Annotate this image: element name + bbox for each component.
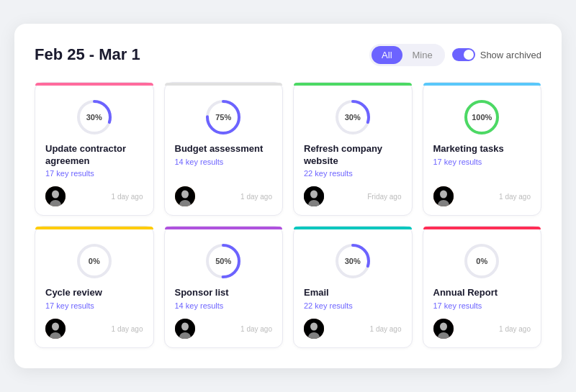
avatar — [45, 319, 66, 339]
card-subtitle: 22 key results — [304, 301, 353, 310]
progress-ring: 50% — [175, 241, 273, 281]
card-title: Marketing tasks — [433, 143, 504, 155]
svg-point-3 — [52, 191, 59, 199]
progress-label: 30% — [345, 257, 361, 265]
avatar — [45, 186, 66, 206]
card-6[interactable]: 50% Sponsor list 14 key results 1 day ag… — [164, 226, 284, 348]
card-title: Annual Report — [433, 287, 498, 299]
card-subtitle: 14 key results — [175, 301, 224, 310]
archive-label: Show archived — [480, 50, 541, 60]
card-5[interactable]: 0% Cycle review 17 key results 1 day ago — [35, 226, 154, 348]
card-footer: 1 day ago — [433, 186, 531, 206]
svg-point-33 — [310, 323, 318, 331]
ring-container: 30% — [333, 241, 373, 281]
card-title: Sponsor list — [175, 287, 229, 299]
progress-ring: 0% — [433, 241, 531, 281]
progress-label: 0% — [476, 257, 487, 265]
cards-grid: 30% Update contractor agreemen 17 key re… — [35, 82, 541, 349]
card-border — [35, 83, 153, 86]
card-subtitle: 17 key results — [45, 169, 94, 178]
header: Feb 25 - Mar 1 All Mine Show archived — [35, 44, 541, 66]
card-8[interactable]: 0% Annual Report 17 key results 1 day ag… — [423, 226, 542, 348]
progress-ring: 30% — [45, 97, 143, 137]
filter-group: All Mine — [369, 44, 445, 66]
card-border — [294, 83, 412, 86]
card-border — [294, 227, 412, 229]
card-subtitle: 17 key results — [433, 158, 482, 166]
ring-container: 0% — [74, 241, 114, 281]
ring-container: 75% — [203, 97, 243, 137]
progress-ring: 30% — [304, 241, 402, 281]
time-label: 1 day ago — [240, 325, 272, 333]
time-label: 1 day ago — [499, 325, 531, 333]
card-title: Update contractor agreemen — [45, 143, 143, 168]
card-2[interactable]: 75% Budget assessment 14 key results 1 d… — [164, 82, 284, 216]
card-subtitle: 17 key results — [433, 301, 482, 310]
card-border — [423, 227, 541, 229]
time-label: 1 day ago — [499, 193, 531, 201]
filter-all-button[interactable]: All — [372, 46, 402, 64]
page-title: Feb 25 - Mar 1 — [35, 45, 140, 64]
card-border — [35, 227, 153, 229]
progress-label: 30% — [86, 113, 102, 122]
svg-point-38 — [440, 323, 447, 331]
card-3[interactable]: 30% Refresh company website 22 key resul… — [293, 82, 413, 216]
svg-point-8 — [181, 191, 189, 199]
card-footer: 1 day ago — [433, 319, 531, 339]
time-label: 1 day ago — [112, 325, 143, 333]
card-title: Budget assessment — [175, 143, 264, 155]
card-footer: 1 day ago — [175, 319, 273, 339]
time-label: 1 day ago — [112, 193, 143, 201]
header-controls: All Mine Show archived — [369, 44, 541, 66]
progress-ring: 100% — [433, 97, 531, 137]
ring-container: 30% — [333, 97, 373, 137]
card-subtitle: 17 key results — [45, 301, 94, 310]
progress-ring: 30% — [304, 97, 402, 137]
time-label: Friday ago — [367, 193, 401, 201]
progress-label: 75% — [215, 113, 231, 122]
progress-label: 50% — [215, 257, 231, 265]
avatar — [304, 186, 324, 206]
card-footer: 1 day ago — [175, 186, 273, 206]
svg-point-28 — [181, 323, 189, 331]
ring-container: 0% — [462, 241, 502, 281]
progress-label: 30% — [345, 113, 361, 122]
avatar — [433, 319, 454, 339]
card-7[interactable]: 30% Email 22 key results 1 day ago — [293, 226, 413, 348]
card-subtitle: 22 key results — [304, 169, 353, 178]
avatar — [304, 319, 324, 339]
card-footer: 1 day ago — [45, 186, 143, 206]
ring-container: 50% — [203, 241, 243, 281]
avatar — [175, 319, 195, 339]
progress-ring: 0% — [45, 241, 143, 281]
card-4[interactable]: 100% Marketing tasks 17 key results 1 da… — [423, 82, 542, 216]
app-container: Feb 25 - Mar 1 All Mine Show archived 30… — [14, 24, 562, 369]
card-footer: 1 day ago — [304, 319, 402, 339]
ring-container: 30% — [74, 97, 114, 137]
card-subtitle: 14 key results — [175, 158, 224, 166]
avatar — [175, 186, 195, 206]
card-border — [165, 227, 283, 229]
card-title: Refresh company website — [304, 143, 402, 168]
progress-ring: 75% — [175, 97, 273, 137]
card-border — [165, 83, 283, 86]
time-label: 1 day ago — [370, 325, 402, 333]
card-1[interactable]: 30% Update contractor agreemen 17 key re… — [35, 82, 154, 216]
svg-point-13 — [310, 191, 318, 199]
ring-container: 100% — [462, 97, 502, 137]
card-title: Email — [304, 287, 329, 299]
card-border — [423, 83, 541, 86]
time-label: 1 day ago — [240, 193, 272, 201]
progress-label: 0% — [89, 257, 100, 265]
svg-point-18 — [440, 191, 447, 199]
svg-point-23 — [52, 323, 59, 331]
card-title: Cycle review — [45, 287, 102, 299]
archive-switch[interactable] — [452, 48, 475, 61]
progress-label: 100% — [472, 113, 492, 122]
filter-mine-button[interactable]: Mine — [402, 46, 443, 64]
archive-toggle[interactable]: Show archived — [452, 48, 541, 61]
card-footer: Friday ago — [304, 186, 402, 206]
avatar — [433, 186, 454, 206]
card-footer: 1 day ago — [45, 319, 143, 339]
